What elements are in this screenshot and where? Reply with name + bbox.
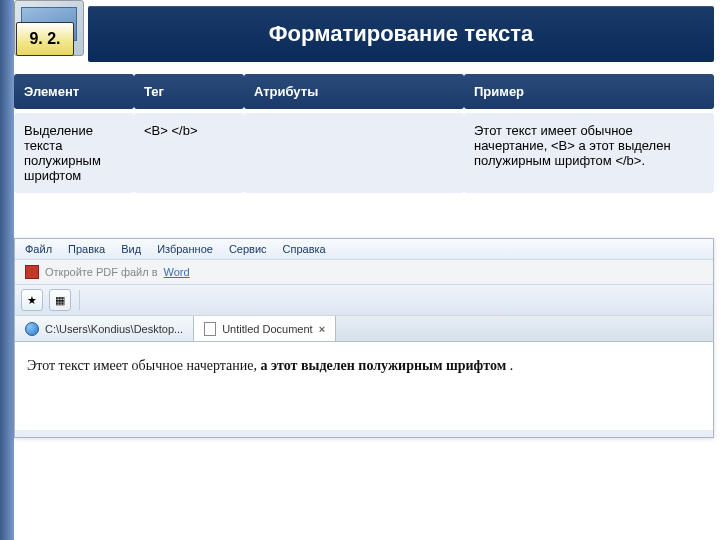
section-number: 9. 2. xyxy=(29,30,60,48)
menu-view[interactable]: Вид xyxy=(121,243,141,255)
menu-tools[interactable]: Сервис xyxy=(229,243,267,255)
definition-table: Элемент Тег Атрибуты Пример Выделение те… xyxy=(14,70,714,197)
tab-path-label: C:\Users\Kondius\Desktop... xyxy=(45,323,183,335)
toolbar-favorite-icon[interactable]: ★ xyxy=(21,289,43,311)
tab-untitled-label: Untitled Document xyxy=(222,323,313,335)
table-header-row: Элемент Тег Атрибуты Пример xyxy=(14,74,714,109)
pdf-icon xyxy=(25,265,39,279)
document-icon xyxy=(204,322,216,336)
page-bold-text: а этот выделен полужирным шрифтом xyxy=(261,358,507,373)
th-attributes: Атрибуты xyxy=(244,74,464,109)
th-tag: Тег xyxy=(134,74,244,109)
th-element: Элемент xyxy=(14,74,134,109)
cell-element: Выделение текста полужирным шрифтом xyxy=(14,113,134,193)
cell-example: Этот текст имеет обычное начертание, <B>… xyxy=(464,113,714,193)
left-decor-strip xyxy=(0,0,14,540)
slide-title: Форматирование текста xyxy=(269,21,533,47)
toolbar: ★ ▦ xyxy=(15,285,713,316)
table-row: Выделение текста полужирным шрифтом <B> … xyxy=(14,113,714,193)
page-tail-text: . xyxy=(506,358,513,373)
cell-attributes xyxy=(244,113,464,193)
menu-file[interactable]: Файл xyxy=(25,243,52,255)
section-badge: 9. 2. xyxy=(16,22,74,56)
pdf-open-word-link[interactable]: Word xyxy=(164,266,190,278)
browser-window: Файл Правка Вид Избранное Сервис Справка… xyxy=(14,238,714,438)
menubar: Файл Правка Вид Избранное Сервис Справка xyxy=(15,239,713,260)
tab-strip: C:\Users\Kondius\Desktop... Untitled Doc… xyxy=(15,316,713,342)
cell-tag: <B> </b> xyxy=(134,113,244,193)
menu-favorites[interactable]: Избранное xyxy=(157,243,213,255)
th-example: Пример xyxy=(464,74,714,109)
tab-untitled[interactable]: Untitled Document × xyxy=(194,316,336,341)
page-normal-text: Этот текст имеет обычное начертание, xyxy=(27,358,261,373)
tab-path[interactable]: C:\Users\Kondius\Desktop... xyxy=(15,316,194,341)
rendered-page: Этот текст имеет обычное начертание, а э… xyxy=(15,342,713,430)
toolbar-tabs-icon[interactable]: ▦ xyxy=(49,289,71,311)
close-icon[interactable]: × xyxy=(319,323,325,335)
ie-icon xyxy=(25,322,39,336)
menu-help[interactable]: Справка xyxy=(283,243,326,255)
slide-title-bar: Форматирование текста xyxy=(88,6,714,62)
pdf-open-bar: Откройте PDF файл в Word xyxy=(15,260,713,285)
menu-edit[interactable]: Правка xyxy=(68,243,105,255)
pdf-prompt-text: Откройте PDF файл в xyxy=(45,266,158,278)
toolbar-divider xyxy=(79,290,80,310)
